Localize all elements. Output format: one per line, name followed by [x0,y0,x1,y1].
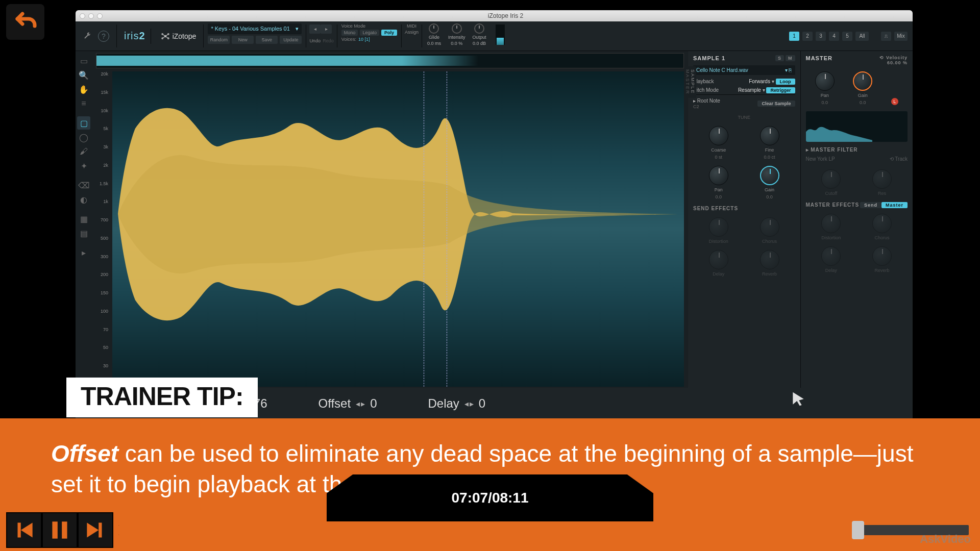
prev-video-button[interactable] [6,512,42,548]
master-pan-knob[interactable]: Pan0.0 [815,71,835,105]
app-window: iZotope Iris 2 ? iris2 iZotope * Keys - … [76,10,913,403]
tool-thresh[interactable]: ≡ [77,97,90,110]
iris-logo: iris2 [124,30,145,42]
solo-button[interactable]: S [775,55,784,61]
tool-lasso[interactable]: ◯ [77,131,90,144]
traffic-close[interactable] [80,13,85,19]
sample-file-select[interactable]: Cello Note C Hard.wav▾ ⎘ [693,65,795,75]
traffic-max[interactable] [97,13,103,19]
voice-mode-section: Voice Mode Mono Legato Poly Voices:10 [1… [337,21,401,51]
tool-column: ▭ 🔍 ✋ ≡ ▢ ◯ 🖌 ✦ ⌫ ◐ ▦ ▤ ▸ [76,51,92,403]
tool-select[interactable]: ▭ [77,54,90,67]
filter-preset[interactable]: New York LP [806,156,835,162]
glide-knob[interactable]: Glide0.0 ms [427,23,441,48]
mfx-chorus[interactable]: Chorus [872,214,892,240]
sample-vtab[interactable]: SAMPLEMASTER [687,66,696,98]
tool-play[interactable]: ▸ [77,246,90,259]
limiter-indicator[interactable]: L [891,98,898,105]
preset-name[interactable]: * Keys - 04 Various Samples 01▾ [208,23,302,34]
tool-hand[interactable]: ✋ [77,83,90,96]
mfx-distortion[interactable]: Distortion [821,214,841,240]
retrigger-toggle[interactable]: Retrigger [766,87,795,93]
sample-header: SAMPLE 1 [693,55,725,61]
poly-button[interactable]: Poly [381,30,397,36]
fine-knob[interactable]: Fine0.0 ct [760,126,779,160]
gain-knob[interactable]: Gain0.0 [760,166,779,199]
sample-tab-5[interactable]: 5 [842,32,852,41]
mono-button[interactable]: Mono [341,30,358,36]
loop-marker-end[interactable] [447,71,447,387]
sample-tab-3[interactable]: 3 [816,32,826,41]
tool-brush[interactable]: 🖌 [77,145,90,158]
res-knob[interactable]: Res [872,169,892,196]
loop-marker-start[interactable] [424,71,424,387]
sample-tab-4[interactable]: 4 [829,32,839,41]
output-knob[interactable]: Output0.0 dB [472,23,486,48]
izotope-logo: iZotope [160,31,197,41]
pan-knob[interactable]: Pan0.0 [709,166,728,199]
intensity-knob[interactable]: Intensity0.0 % [448,23,465,48]
offset-value[interactable]: 0 [370,396,377,411]
master-spectrum [806,111,908,142]
preset-update[interactable]: Update [280,36,302,44]
undo-button[interactable]: Undo [309,38,321,43]
titlebar: iZotope Iris 2 [76,10,913,21]
master-gain-knob[interactable]: Gain0.0 [853,71,872,105]
waveform-area[interactable]: 20k15k10k 5k3k2k 1.5k1k700 500300200 150… [92,51,688,403]
sample-tab-1[interactable]: 1 [789,32,799,41]
overview-waveform[interactable] [96,53,684,68]
spectrogram[interactable] [112,71,684,387]
tool-view2[interactable]: ▤ [77,227,90,240]
pause-button[interactable] [42,512,78,548]
sample-tab-2[interactable]: 2 [802,32,813,41]
fx-delay[interactable]: Delay [709,250,728,277]
send-tab[interactable]: Send [860,202,881,208]
preset-save[interactable]: Save [256,36,278,44]
traffic-min[interactable] [88,13,94,19]
master-tab[interactable]: Master [881,202,908,208]
legato-button[interactable]: Legato [360,30,379,36]
preset-random[interactable]: Random [208,36,230,44]
master-panel: MASTER ⟲ Velocity60.00 % Pan0.0 Gain0.0 … [801,51,913,403]
playback-dropdown[interactable]: Forwards [749,79,770,84]
delay-value[interactable]: 0 [479,396,485,411]
coarse-knob[interactable]: Coarse0 st [709,126,728,160]
help-button[interactable]: ? [98,31,109,42]
next-video-button[interactable] [78,512,113,548]
back-button[interactable] [6,4,44,40]
mix-eq-icon[interactable]: ⎍ [881,32,891,41]
window-title: iZotope Iris 2 [103,12,909,19]
tool-rect[interactable]: ▢ [77,116,90,130]
fx-distortion[interactable]: Distortion [709,217,728,244]
mix-tab[interactable]: Mix [894,32,908,41]
tool-wand[interactable]: ✦ [77,159,90,172]
tool-erase[interactable]: ⌫ [77,179,90,192]
mfx-delay[interactable]: Delay [821,246,841,273]
pitch-dropdown[interactable]: Resample [738,87,761,93]
sample-tab-all[interactable]: All [855,32,869,41]
next-button[interactable]: ▸ [321,24,332,34]
video-controls [6,512,974,548]
fx-chorus[interactable]: Chorus [760,217,779,244]
waveform-shape [112,71,684,357]
tool-view1[interactable]: ▦ [77,212,90,226]
tool-zoom[interactable]: 🔍 [77,68,90,82]
progress-thumb[interactable] [852,521,864,539]
progress-bar[interactable] [118,525,969,535]
tool-invert[interactable]: ◐ [77,193,90,206]
redo-button[interactable]: Redo [323,38,334,43]
mute-button[interactable]: M [786,55,795,61]
wrench-icon[interactable] [83,32,91,40]
fx-reverb[interactable]: Reverb [760,250,779,277]
preset-section: * Keys - 04 Various Samples 01▾ Random N… [204,21,306,51]
prev-button[interactable]: ◂ [309,24,321,34]
tip-label: TRAINER TIP: [66,378,258,417]
clear-sample[interactable]: Clear Sample [757,101,795,107]
cursor-icon [790,391,806,407]
mfx-reverb[interactable]: Reverb [872,246,892,273]
y-axis: 20k15k10k 5k3k2k 1.5k1k700 500300200 150… [95,71,110,387]
preset-new[interactable]: New [232,36,254,44]
midi-assign[interactable]: MIDIAssign [402,21,422,51]
loop-toggle[interactable]: Loop [776,79,795,85]
cutoff-knob[interactable]: Cutoff [821,169,841,196]
